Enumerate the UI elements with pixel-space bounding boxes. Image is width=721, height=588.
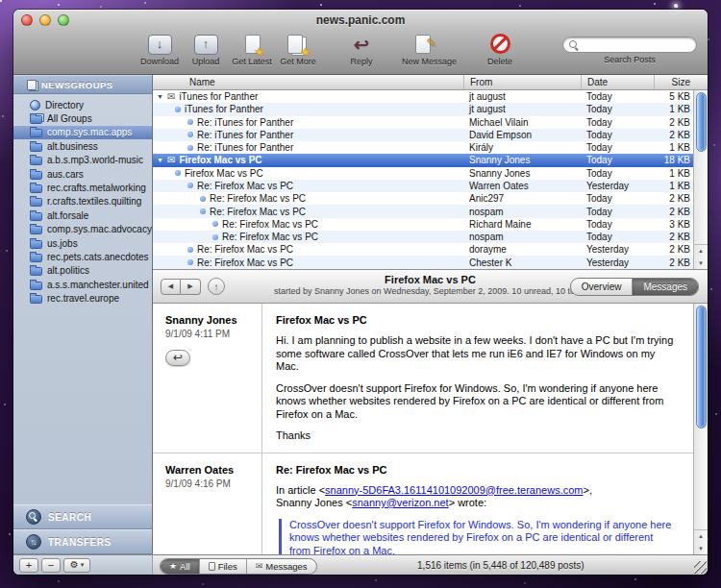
message-body: Re: Firefox Mac vs PCIn article <snanny-… bbox=[262, 453, 693, 555]
message-row[interactable]: Re: Firefox Mac vs PCnospamToday2 KB bbox=[153, 205, 708, 217]
file-icon bbox=[209, 562, 215, 571]
toolbar-button-reply[interactable]: Reply bbox=[338, 33, 385, 66]
search-field[interactable] bbox=[562, 37, 697, 53]
tab-overview[interactable]: Overview bbox=[571, 279, 633, 295]
message-row[interactable]: Re: iTunes for PantherDavid EmpsonToday2… bbox=[153, 129, 708, 141]
message-row[interactable]: Re: iTunes for PantherKirályToday1 KB bbox=[153, 141, 708, 154]
window-titlebar[interactable]: news.panic.com bbox=[13, 10, 708, 31]
message-row[interactable]: Re: Firefox Mac vs PCnospamToday2 KB bbox=[153, 231, 708, 243]
sidebar-item-rec-pets-cats-anecdotes[interactable]: rec.pets.cats.anecdotes bbox=[13, 250, 152, 263]
message-from: nospam bbox=[463, 232, 581, 242]
sidebar-section-newsgroups[interactable]: NEWSGROUPS bbox=[13, 75, 152, 94]
sidebar-item-comp-sys-mac-advocacy[interactable]: comp.sys.mac.advocacy bbox=[13, 223, 152, 236]
column-header-date[interactable]: Date bbox=[581, 75, 654, 89]
message-row[interactable]: ▼✉iTunes for Pantherjt augustToday5 KB bbox=[153, 90, 708, 103]
unread-dot-icon bbox=[187, 183, 193, 188]
scrollbar-thumb[interactable] bbox=[696, 306, 707, 429]
scroll-up-arrow[interactable]: ▲ bbox=[694, 245, 708, 257]
message-list-scrollbar[interactable]: ▲ ▼ bbox=[693, 90, 708, 269]
message-timestamp: 9/1/09 4:16 PM bbox=[165, 478, 256, 489]
toolbar-button-upload[interactable]: Upload bbox=[183, 33, 229, 66]
upload-icon bbox=[189, 33, 222, 57]
sidebar-item-a-s-s-manchester-united[interactable]: a.s.s.manchester.united bbox=[13, 278, 152, 291]
sidebar-item-rec-crafts-metalworking[interactable]: rec.crafts.metalworking bbox=[13, 181, 152, 194]
sidebar-item-alt-business[interactable]: alt.business bbox=[13, 139, 152, 153]
forward-button[interactable]: ▶ bbox=[181, 279, 201, 295]
action-menu-button[interactable]: ⚙▾ bbox=[63, 558, 90, 573]
message-name: Firefox Mac vs PC bbox=[185, 168, 263, 179]
toolbar-button-get-latest[interactable]: Get Latest bbox=[229, 33, 275, 66]
filter-files[interactable]: Files bbox=[199, 559, 246, 574]
scroll-down-arrow[interactable]: ▼ bbox=[694, 257, 708, 269]
message-row[interactable]: Re: Firefox Mac vs PCAnic297Today2 KB bbox=[153, 192, 708, 205]
message-row[interactable]: Re: iTunes for PantherMichael VilainToda… bbox=[153, 116, 708, 129]
message-row[interactable]: Re: Firefox Mac vs PCdoraymeYesterday2 K… bbox=[153, 243, 708, 256]
sidebar-item-label: comp.sys.mac.apps bbox=[47, 127, 132, 137]
disclosure-triangle-icon[interactable]: ▼ bbox=[157, 157, 166, 163]
email-link[interactable]: snanny@verizon.net bbox=[352, 497, 448, 508]
message-row[interactable]: iTunes for Pantherjt augustToday1 KB bbox=[153, 103, 708, 115]
sidebar-item-us-jobs[interactable]: us.jobs bbox=[13, 236, 152, 250]
scrollbar-arrows: ▲ ▼ bbox=[694, 244, 708, 269]
toolbar-button-delete[interactable]: Delete bbox=[477, 33, 523, 66]
resize-grip[interactable] bbox=[694, 561, 707, 574]
message-row[interactable]: Re: Firefox Mac vs PCChester KYesterday2… bbox=[153, 256, 708, 268]
toolbar-button-new-message[interactable]: New Message bbox=[402, 33, 448, 66]
close-button[interactable] bbox=[21, 14, 33, 26]
disclosure-triangle-icon[interactable]: ▼ bbox=[157, 93, 166, 100]
sidebar-item-comp-sys-mac-apps[interactable]: comp.sys.mac.apps bbox=[13, 126, 152, 139]
sidebar-item-r-crafts-textiles-quilting[interactable]: r.crafts.textiles.quilting bbox=[13, 195, 152, 208]
zoom-button[interactable] bbox=[58, 14, 69, 26]
thread-header-bar: ◀ ▶ ↑ Firefox Mac vs PC started by Snann… bbox=[153, 269, 708, 304]
unread-dot-icon bbox=[187, 259, 193, 265]
toolbar-button-download[interactable]: Download bbox=[137, 33, 183, 66]
sidebar-item-a-b-s-mp3-world-music[interactable]: a.b.s.mp3.world-music bbox=[13, 154, 152, 167]
message-row[interactable]: Firefox Mac vs PCSnanny JonesToday1 KB bbox=[153, 167, 708, 180]
message-date: Yesterday bbox=[581, 257, 654, 268]
sidebar-section-transfers[interactable]: ↑↓ TRANSFERS bbox=[13, 529, 152, 554]
search-section-icon bbox=[26, 509, 41, 525]
message-author: Warren Oates bbox=[165, 464, 256, 476]
message-row[interactable]: Re: Firefox Mac vs PCRichard MaineToday3… bbox=[153, 218, 708, 231]
add-button[interactable]: + bbox=[19, 558, 38, 573]
message-row[interactable]: ▼✉Firefox Mac vs PCSnanny JonesToday18 K… bbox=[153, 154, 708, 166]
minimize-button[interactable] bbox=[39, 14, 51, 26]
traffic-lights bbox=[21, 14, 69, 26]
scroll-down-arrow[interactable]: ▼ bbox=[694, 543, 708, 554]
scroll-up-arrow[interactable]: ▲ bbox=[694, 530, 708, 543]
sidebar-section-search[interactable]: SEARCH bbox=[13, 504, 152, 529]
sidebar-item-alt-politics[interactable]: alt.politics bbox=[13, 264, 152, 278]
column-header-from[interactable]: From bbox=[463, 75, 581, 89]
column-header-name[interactable]: Name bbox=[153, 75, 463, 89]
filter-messages[interactable]: ✉Messages bbox=[246, 559, 316, 574]
sidebar-item-directory[interactable]: Directory bbox=[13, 98, 152, 111]
filter-control: ★AllFiles✉Messages bbox=[160, 555, 317, 575]
filter-all[interactable]: ★All bbox=[161, 559, 199, 574]
message-icon: ✉ bbox=[256, 561, 263, 571]
message-from: Snanny Jones bbox=[463, 168, 581, 179]
toolbar-button-get-more[interactable]: Get More bbox=[275, 33, 321, 66]
up-arrow-button[interactable]: ↑ bbox=[208, 278, 225, 295]
tab-messages[interactable]: Messages bbox=[632, 279, 698, 295]
search-input[interactable] bbox=[583, 38, 690, 51]
message-date: Today bbox=[581, 232, 654, 242]
message-list-header: Name From Date Size bbox=[153, 75, 708, 90]
sidebar-item-label: alt.business bbox=[47, 141, 98, 152]
message-name: Re: Firefox Mac vs PC bbox=[197, 244, 293, 255]
back-button[interactable]: ◀ bbox=[161, 279, 181, 295]
message-author: Snanny Jones bbox=[165, 314, 256, 326]
email-link[interactable]: snanny-5D6FA3.16114101092009@free.terane… bbox=[325, 484, 583, 496]
newsgroup-folder-icon bbox=[30, 157, 42, 165]
scrollbar-thumb[interactable] bbox=[696, 92, 707, 152]
message-row[interactable]: Re: Firefox Mac vs PCWarren OatesYesterd… bbox=[153, 180, 708, 192]
message-view-scrollbar[interactable]: ▲ ▼ bbox=[693, 304, 708, 554]
sidebar-item-aus-cars[interactable]: aus.cars bbox=[13, 167, 152, 181]
reply-button[interactable]: ↩ bbox=[165, 350, 190, 366]
remove-button[interactable]: − bbox=[41, 558, 61, 573]
sidebar-item-alt-forsale[interactable]: alt.forsale bbox=[13, 208, 152, 222]
unread-dot-icon bbox=[212, 234, 218, 240]
sidebar-item-label: rec.crafts.metalworking bbox=[47, 183, 146, 193]
sidebar-item-all-groups[interactable]: All Groups bbox=[13, 111, 152, 125]
column-header-size[interactable]: Size bbox=[654, 75, 708, 89]
sidebar-item-rec-travel-europe[interactable]: rec.travel.europe bbox=[13, 291, 152, 305]
